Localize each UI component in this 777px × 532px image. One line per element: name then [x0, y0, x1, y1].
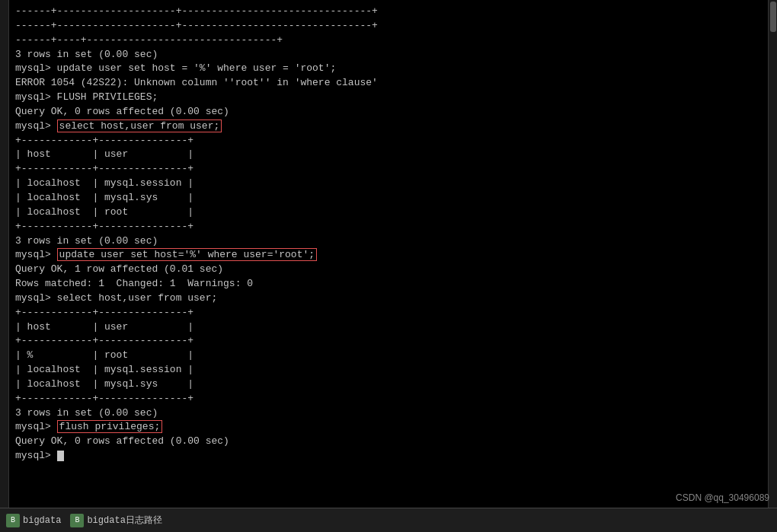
terminal-line: ------+----+----------------------------… — [15, 33, 762, 48]
watermark: CSDN @qq_30496089 — [676, 492, 769, 503]
terminal-line: mysql> select host,user from user; — [15, 119, 762, 134]
terminal-line: mysql> update user set host='%' where us… — [15, 248, 762, 263]
terminal-area: ------+--------------------+------------… — [0, 0, 777, 508]
terminal-line: +------------+---------------+ — [15, 306, 762, 320]
terminal-line: +------------+---------------+ — [15, 220, 762, 234]
terminal-line: | localhost | mysql.session | — [15, 363, 762, 377]
terminal-line: | localhost | mysql.sys | — [15, 191, 762, 205]
taskbar-item-bigdata-log[interactable]: B bigdata日志路径 — [70, 514, 161, 527]
terminal-line: ------+--------------------+------------… — [15, 5, 762, 19]
terminal-line: Query OK, 1 row affected (0.01 sec) — [15, 263, 762, 277]
terminal-line: ERROR 1054 (42S22): Unknown column ''roo… — [15, 76, 762, 91]
terminal-line: +------------+---------------+ — [15, 134, 762, 148]
terminal-line: 3 rows in set (0.00 sec) — [15, 48, 762, 62]
taskbar-label-bigdata-log: bigdata日志路径 — [87, 514, 161, 527]
scroll-thumb — [770, 2, 776, 32]
cursor — [57, 451, 64, 461]
taskbar: B bigdata B bigdata日志路径 — [0, 508, 777, 532]
bigdata-log-icon: B — [70, 514, 84, 527]
terminal-line: +------------+---------------+ — [15, 392, 762, 406]
taskbar-item-bigdata[interactable]: B bigdata — [6, 514, 61, 527]
highlighted-command: select host,user from user; — [57, 119, 222, 132]
terminal-line: | % | root | — [15, 349, 762, 363]
bigdata-icon: B — [6, 514, 20, 527]
terminal-line: mysql> select host,user from user; — [15, 291, 762, 306]
terminal-line: 3 rows in set (0.00 sec) — [15, 234, 762, 249]
terminal-line: Query OK, 0 rows affected (0.00 sec) — [15, 435, 762, 449]
left-scrollbar[interactable] — [0, 0, 9, 508]
terminal-line: mysql> update user set host = '%' where … — [15, 62, 762, 76]
terminal-line: Query OK, 0 rows affected (0.00 sec) — [15, 105, 762, 119]
terminal-line: mysql> — [15, 449, 762, 464]
terminal-line: | localhost | mysql.session | — [15, 177, 762, 191]
terminal-line: | localhost | mysql.sys | — [15, 377, 762, 392]
terminal-line: ------+--------------------+------------… — [15, 19, 762, 33]
terminal-line: 3 rows in set (0.00 sec) — [15, 406, 762, 421]
terminal-line: | host | user | — [15, 320, 762, 335]
right-scrollbar[interactable] — [768, 0, 777, 508]
terminal-line: | localhost | root | — [15, 205, 762, 220]
terminal-line: +------------+---------------+ — [15, 162, 762, 177]
terminal-line: mysql> flush privileges; — [15, 420, 762, 435]
prompt: mysql> — [15, 249, 57, 260]
prompt: mysql> — [15, 421, 57, 432]
prompt: mysql> — [15, 450, 57, 461]
prompt: mysql> — [15, 120, 57, 132]
terminal-line: | host | user | — [15, 148, 762, 162]
terminal-content[interactable]: ------+--------------------+------------… — [9, 0, 768, 508]
terminal-line: mysql> FLUSH PRIVILEGES; — [15, 91, 762, 105]
highlighted-command: flush privileges; — [57, 420, 163, 433]
terminal-line: Rows matched: 1 Changed: 1 Warnings: 0 — [15, 277, 762, 291]
highlighted-command: update user set host='%' where user='roo… — [57, 248, 317, 261]
terminal-line: +------------+---------------+ — [15, 334, 762, 349]
taskbar-label-bigdata: bigdata — [23, 515, 61, 526]
